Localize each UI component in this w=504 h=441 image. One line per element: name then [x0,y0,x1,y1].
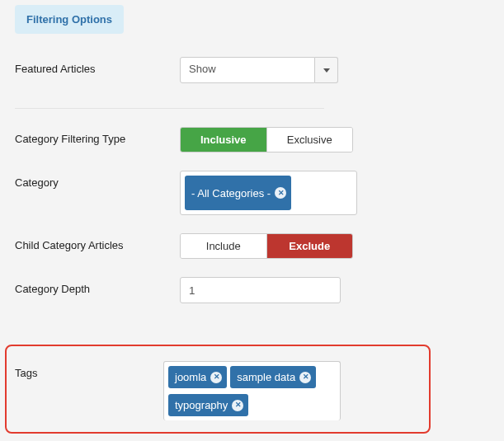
tab-filtering-options[interactable]: Filtering Options [15,5,124,34]
field-featured-articles: Featured Articles Show [15,57,489,83]
tags-tagbox[interactable]: joomla sample data typography [163,361,341,420]
field-category: Category - All Categories - [15,171,489,215]
field-tags: Tags joomla sample data typography [15,361,489,420]
chip-label: typography [175,400,228,411]
toggle-include[interactable]: Include [181,234,266,258]
field-child-category: Child Category Articles Include Exclude [15,233,489,259]
chevron-down-icon[interactable] [315,57,338,83]
input-category-depth[interactable] [180,277,341,303]
toggle-cat-filter-type: Inclusive Exclusive [180,127,353,152]
toggle-inclusive[interactable]: Inclusive [181,128,266,152]
category-chip: - All Categories - [185,176,291,210]
label-depth: Category Depth [15,277,180,297]
chip-label: joomla [175,372,206,382]
label-cat-filter-type: Category Filtering Type [15,127,180,147]
close-icon[interactable] [275,187,286,199]
toggle-exclude[interactable]: Exclude [266,234,353,258]
tag-chip: sample data [230,366,316,388]
close-icon[interactable] [299,372,311,383]
chip-label: - All Categories - [191,188,271,199]
divider [15,108,324,109]
field-category-depth: Category Depth [15,277,489,303]
select-featured[interactable]: Show [180,57,338,83]
chip-label: sample data [237,372,295,382]
close-icon[interactable] [232,400,243,411]
label-child-cat: Child Category Articles [15,233,180,253]
select-featured-value: Show [180,57,315,83]
tag-chip: typography [168,394,248,416]
tag-chip: joomla [168,366,227,388]
category-tagbox[interactable]: - All Categories - [180,171,357,215]
label-category: Category [15,171,180,190]
toggle-exclusive[interactable]: Exclusive [266,128,353,152]
toggle-child-cat: Include Exclude [180,233,353,259]
field-category-filtering-type: Category Filtering Type Inclusive Exclus… [15,127,489,152]
close-icon[interactable] [210,372,222,383]
label-featured: Featured Articles [15,57,180,77]
label-tags: Tags [15,361,163,381]
